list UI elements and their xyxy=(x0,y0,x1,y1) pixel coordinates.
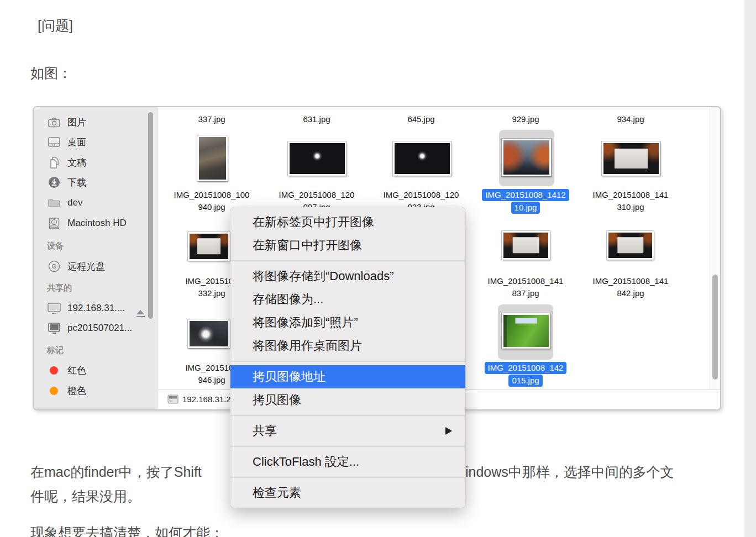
file-label[interactable]: 645.jpg xyxy=(371,113,471,125)
network-pc-icon xyxy=(47,322,61,335)
sidebar-item-tag-orange[interactable]: 橙色 xyxy=(47,381,86,401)
sidebar-item-network-pc[interactable]: pc201507021... xyxy=(47,318,132,338)
file-thumbnail[interactable] xyxy=(602,141,660,176)
menu-item-inspect-element[interactable]: 检查元素 xyxy=(230,481,465,504)
network-display-icon xyxy=(47,302,61,315)
submenu-arrow-icon xyxy=(445,427,452,435)
sidebar-scrollbar-thumb[interactable] xyxy=(148,112,153,319)
file-label-selected[interactable]: IMG_20151008_141210.jpg xyxy=(476,189,575,214)
file-thumbnail[interactable] xyxy=(288,141,347,176)
menu-item-add-image-to-photos[interactable]: 将图像添加到“照片” xyxy=(230,311,465,334)
menu-item-open-image-new-tab[interactable]: 在新标签页中打开图像 xyxy=(230,210,465,234)
menu-item-clicktoflash-settings[interactable]: ClickToFlash 設定... xyxy=(230,450,465,473)
file-label[interactable]: 337.jpg xyxy=(162,113,261,125)
sidebar-item-macintosh-hd[interactable]: Macintosh HD xyxy=(47,213,127,233)
file-label[interactable]: 631.jpg xyxy=(267,113,366,125)
file-label[interactable]: 934.jpg xyxy=(581,113,680,125)
menu-item-copy-image[interactable]: 拷贝图像 xyxy=(230,388,465,412)
file-thumbnail[interactable] xyxy=(502,231,550,260)
paragraph-line3: 现象想要去搞清楚，如何才能： xyxy=(30,524,224,537)
menu-item-share[interactable]: 共享 xyxy=(230,419,465,443)
sidebar-item-pictures[interactable]: 图片 xyxy=(47,112,86,132)
sidebar-item-network-192[interactable]: 192.168.31.... xyxy=(47,298,125,318)
question-tag: [问题] xyxy=(38,17,73,35)
menu-item-use-image-as-desktop[interactable]: 将图像用作桌面图片 xyxy=(230,334,465,357)
browser-scrollbar-track[interactable] xyxy=(744,0,756,537)
sidebar-label: pc201507021... xyxy=(67,323,132,334)
downloads-icon xyxy=(47,176,61,189)
folder-icon xyxy=(47,196,61,209)
paragraph-line2: 件呢，结果没用。 xyxy=(30,487,141,506)
file-label-selected[interactable]: IMG_20151008_142015.jpg xyxy=(476,362,575,387)
sidebar-label: 红色 xyxy=(67,364,86,377)
sidebar-label: 远程光盘 xyxy=(67,260,105,273)
desktop-icon xyxy=(47,135,61,149)
menu-item-save-image-to-downloads[interactable]: 将图像存储到“Downloads” xyxy=(230,265,465,288)
sidebar-header-devices: 设备 xyxy=(47,238,64,254)
menu-separator xyxy=(230,477,465,478)
sidebar-header-tags: 标记 xyxy=(47,342,64,359)
sidebar-label: 橙色 xyxy=(67,385,86,397)
optical-disc-icon xyxy=(47,260,61,273)
context-menu: 在新标签页中打开图像 在新窗口中打开图像 将图像存储到“Downloads” 存… xyxy=(230,207,465,508)
paragraph-line1-right: indows中那样，选择中间的多个文 xyxy=(465,463,674,481)
file-thumbnail[interactable] xyxy=(393,141,452,176)
file-label[interactable]: IMG_20151008_141837.jpg xyxy=(476,275,575,299)
file-thumbnail[interactable] xyxy=(188,232,230,261)
menu-separator xyxy=(230,446,465,447)
sidebar-header-shared: 共享的 xyxy=(47,280,72,296)
file-label[interactable]: IMG_20151008_141842.jpg xyxy=(581,275,680,299)
sidebar-label: 桌面 xyxy=(67,136,86,149)
menu-item-open-image-new-window[interactable]: 在新窗口中打开图像 xyxy=(230,234,465,257)
file-thumbnail-selected[interactable] xyxy=(502,139,551,176)
file-label[interactable]: 929.jpg xyxy=(476,113,575,125)
file-thumbnail[interactable] xyxy=(197,135,228,181)
finder-sidebar: 图片 桌面 文稿 下载 dev xyxy=(34,107,158,409)
sidebar-item-tag-red[interactable]: 红色 xyxy=(47,360,86,380)
server-icon xyxy=(167,394,179,406)
paragraph-line1-left: 在mac的finder中，按了Shift xyxy=(30,463,202,481)
menu-separator xyxy=(230,415,465,416)
sidebar-label: 192.168.31.... xyxy=(67,303,125,314)
eject-icon[interactable] xyxy=(136,310,145,318)
file-label[interactable]: IMG_20151008_141310.jpg xyxy=(581,189,680,213)
sidebar-label: 图片 xyxy=(67,116,86,129)
caption-as-shown: 如图： xyxy=(30,64,72,82)
statusbar-path: 192.168.31.2 xyxy=(182,394,231,404)
documents-icon xyxy=(47,156,61,169)
sidebar-item-remote-disc[interactable]: 远程光盘 xyxy=(47,256,105,276)
sidebar-item-dev[interactable]: dev xyxy=(47,193,82,213)
sidebar-label: 文稿 xyxy=(67,156,86,169)
harddrive-icon xyxy=(47,217,61,230)
sidebar-item-downloads[interactable]: 下载 xyxy=(47,172,86,192)
menu-separator xyxy=(230,260,465,261)
menu-separator xyxy=(230,361,465,362)
file-thumbnail-selected[interactable] xyxy=(502,313,550,349)
sidebar-label: 下载 xyxy=(67,176,86,189)
menu-item-copy-image-address[interactable]: 拷贝图像地址 xyxy=(230,365,465,388)
file-thumbnail[interactable] xyxy=(188,319,230,348)
file-thumbnail[interactable] xyxy=(607,231,654,260)
sidebar-label: Macintosh HD xyxy=(67,218,127,229)
tag-orange-icon xyxy=(47,384,61,397)
content-scrollbar-thumb[interactable] xyxy=(712,275,718,380)
menu-item-save-image-as[interactable]: 存储图像为... xyxy=(230,288,465,311)
tag-red-icon xyxy=(47,364,61,377)
sidebar-item-desktop[interactable]: 桌面 xyxy=(47,132,86,152)
sidebar-label: dev xyxy=(67,197,82,208)
sidebar-item-documents[interactable]: 文稿 xyxy=(47,152,86,172)
pictures-icon xyxy=(47,115,61,129)
